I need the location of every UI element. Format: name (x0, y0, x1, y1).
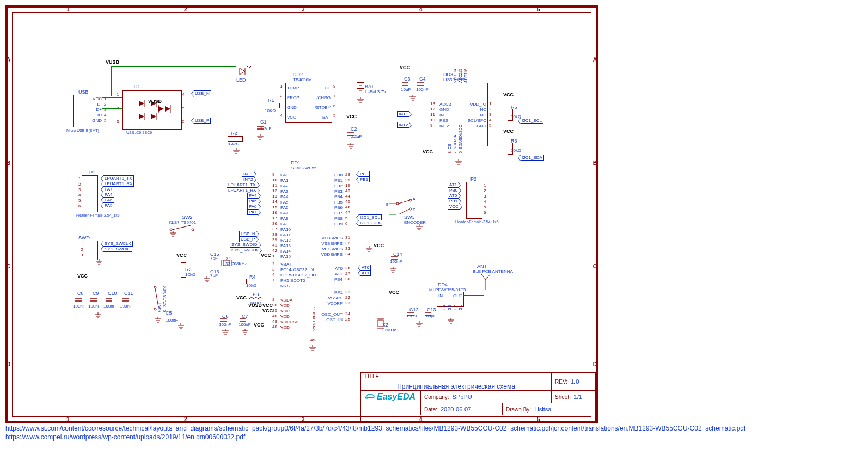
r1 (265, 103, 280, 108)
svg-point-33 (396, 202, 399, 205)
footer-link-2[interactable]: https://www.compel.ru/wordpress/wp-conte… (5, 433, 811, 442)
svg-line-64 (486, 274, 490, 280)
usb-part: Micro USB-B(SMT) (66, 128, 99, 132)
grid-col-2: 2 (184, 7, 187, 13)
grid-col-5: 5 (537, 7, 540, 13)
svg-marker-10 (158, 106, 164, 112)
tp4056: TEMP PROG GND VCC CE /CHRG /STDBY BAT (285, 83, 332, 123)
swd-header (84, 241, 98, 260)
svg-point-46 (154, 286, 156, 288)
led (236, 66, 253, 77)
esd-protection (122, 90, 182, 130)
antenna-icon (481, 274, 498, 292)
p1-header (82, 175, 98, 212)
svg-marker-0 (139, 101, 144, 106)
svg-line-37 (399, 209, 409, 214)
sheet-value: 1/1 (574, 394, 582, 400)
title-text: Принципиальная электрическая схема (397, 383, 515, 390)
dd1-ref: DD1 (291, 160, 301, 165)
net-usb-p: USB_P (194, 118, 211, 124)
net-vusb: VUSB (106, 59, 119, 65)
drawn-value: Lisitsa (534, 406, 551, 413)
schematic-sheet: 1 2 3 4 5 1 2 3 4 5 A B C D A B C D VUSB… (5, 5, 598, 423)
title-label: TITLE: (364, 373, 381, 379)
stm32wb55: PA0 PA1 PA2 PA3 PA4 PA5 PA6 PA7 PA8 PA9 … (279, 171, 344, 335)
svg-line-30 (172, 225, 191, 230)
svg-point-35 (409, 208, 412, 210)
dd2-ref: DD2 (293, 72, 303, 77)
svg-point-47 (154, 308, 156, 310)
footer-link-1[interactable]: https://www.st.com/content/ccc/resource/… (5, 425, 811, 433)
easyeda-logo: EasyEDA (361, 391, 421, 403)
d1-part: USBLC6-2SC6 (126, 131, 152, 134)
svg-point-29 (192, 229, 194, 231)
grid-row-A: A (7, 57, 10, 63)
usb-connector: VCC D- D+ ID GND 1 2 3 4 5 (73, 95, 103, 127)
svg-line-14 (247, 66, 249, 67)
r2 (228, 136, 243, 142)
rev-value: 1.0 (571, 378, 579, 385)
svg-line-48 (155, 288, 158, 307)
svg-marker-4 (139, 114, 144, 119)
grid-col-4: 4 (419, 7, 423, 13)
date-value: 2020-06-07 (441, 406, 471, 413)
footer-links: https://www.st.com/content/ccc/resource/… (5, 425, 811, 441)
svg-line-36 (399, 200, 409, 204)
company-value: SPbPU (453, 394, 472, 400)
grid-col-3: 3 (302, 7, 305, 13)
d1-ref: D1 (134, 84, 140, 89)
svg-point-148 (366, 397, 368, 399)
svg-line-63 (481, 274, 486, 280)
net-usb-n: USB_N (194, 90, 211, 96)
dd2-part: TP4056M (293, 77, 312, 82)
sw1 (151, 285, 159, 312)
svg-point-34 (409, 199, 412, 201)
dd1-part: STM32WB55 (291, 165, 317, 170)
svg-marker-6 (151, 114, 156, 119)
p2-header (466, 182, 482, 219)
grid-col-1: 1 (66, 7, 70, 13)
battery (356, 78, 365, 96)
lis3dhtr: ADC3 GND INT1 RES INT2 VDD_IO NC NC SCL/… (438, 83, 488, 146)
svg-marker-8 (165, 106, 170, 112)
svg-rect-65 (378, 320, 383, 327)
usb-ref: USB (78, 89, 89, 95)
title-block: TITLE: Принципиальная электрическая схем… (360, 372, 596, 421)
